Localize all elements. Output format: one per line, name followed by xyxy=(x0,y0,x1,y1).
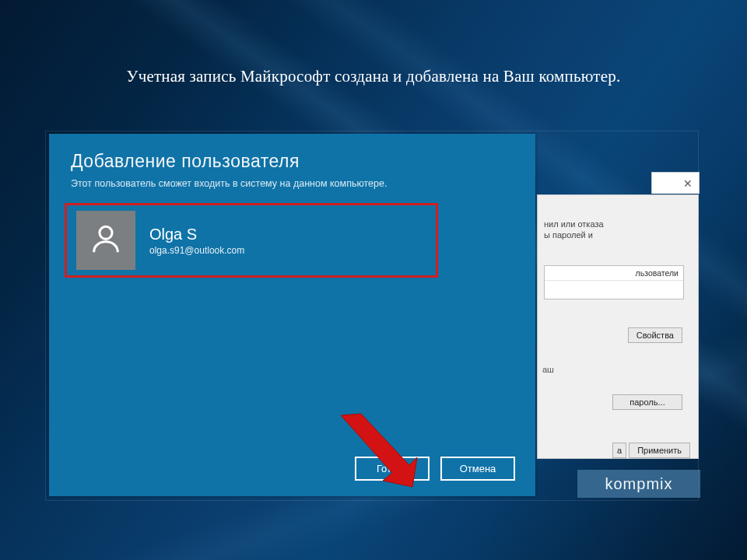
behind-users-column-header: льзователи xyxy=(545,266,683,281)
behind-frag-line: ы паролей и xyxy=(544,229,692,240)
apply-button[interactable]: Применить xyxy=(629,443,690,458)
password-button[interactable]: пароль... xyxy=(612,394,682,410)
user-email: olga.s91@outlook.com xyxy=(149,245,244,256)
avatar xyxy=(76,211,135,270)
cancel-button[interactable]: Отмена xyxy=(440,457,515,481)
properties-button[interactable]: Свойства xyxy=(628,327,682,343)
add-user-modal: Добавление пользователя Этот пользовател… xyxy=(49,134,535,496)
done-button[interactable]: Готово xyxy=(355,457,430,481)
behind-frag-line: нил или отказа xyxy=(544,219,692,229)
behind-description-fragment: нил или отказа ы паролей и xyxy=(544,219,692,241)
user-card-highlight: Olga S olga.s91@outlook.com xyxy=(65,203,438,278)
person-icon xyxy=(88,221,124,260)
user-accounts-dialog-behind: ✕ нил или отказа ы паролей и льзователи … xyxy=(537,194,699,459)
user-meta: Olga S olga.s91@outlook.com xyxy=(149,226,244,256)
watermark: kompmix xyxy=(577,470,700,498)
modal-button-row: Готово Отмена xyxy=(355,457,515,481)
modal-subtitle: Этот пользователь сможет входить в систе… xyxy=(71,178,514,189)
user-display-name: Olga S xyxy=(149,226,244,243)
modal-title: Добавление пользователя xyxy=(71,151,514,172)
svg-point-0 xyxy=(100,226,112,239)
behind-button-fragment[interactable]: а xyxy=(612,443,626,458)
behind-users-list: льзователи xyxy=(544,265,684,299)
behind-text-fragment: аш xyxy=(542,365,554,374)
close-icon[interactable]: ✕ xyxy=(677,173,699,194)
slide-caption: Учетная запись Майкрософт создана и доба… xyxy=(0,67,747,86)
behind-titlebar: ✕ xyxy=(651,172,700,194)
